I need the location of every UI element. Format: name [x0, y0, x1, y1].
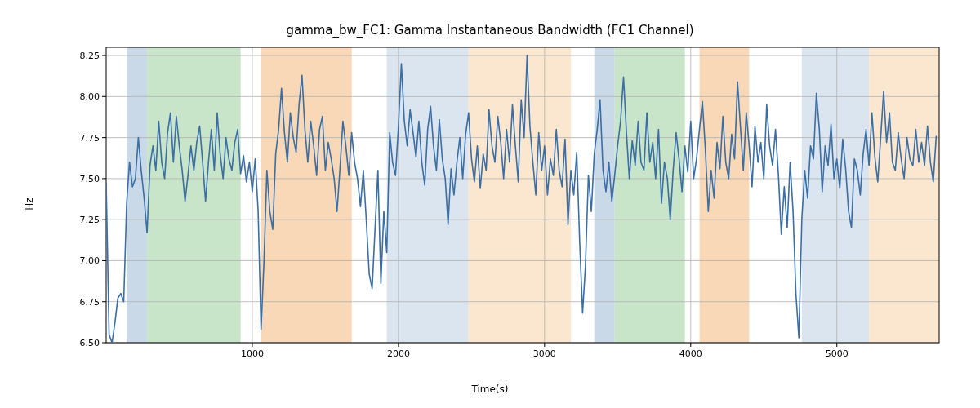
background-band [469, 47, 571, 343]
x-tick-label: 5000 [826, 348, 849, 359]
y-tick-label: 6.75 [80, 297, 100, 308]
x-tick-label: 2000 [387, 348, 410, 359]
y-tick-label: 7.00 [80, 255, 100, 266]
y-tick-label: 6.50 [80, 338, 100, 348]
background-band [147, 47, 241, 343]
x-tick-label: 4000 [679, 348, 702, 359]
background-band [387, 47, 469, 343]
y-axis-label: Hz [24, 197, 35, 210]
y-tick-label: 8.25 [80, 51, 100, 61]
background-band [802, 47, 869, 343]
background-band [869, 47, 939, 343]
y-tick-label: 7.50 [80, 174, 100, 184]
chart-title: gamma_bw_FC1: Gamma Instantaneous Bandwi… [0, 23, 980, 38]
y-tick-label: 7.25 [80, 215, 100, 225]
plot-axes: 100020003000400050006.506.757.007.257.50… [74, 42, 947, 367]
x-tick-label: 3000 [533, 348, 556, 359]
figure: gamma_bw_FC1: Gamma Instantaneous Bandwi… [0, 0, 980, 408]
y-tick-label: 7.75 [80, 133, 100, 144]
x-axis-label: Time(s) [0, 384, 980, 395]
background-band [615, 47, 685, 343]
x-tick-label: 1000 [241, 348, 264, 359]
y-tick-label: 8.00 [80, 91, 100, 102]
